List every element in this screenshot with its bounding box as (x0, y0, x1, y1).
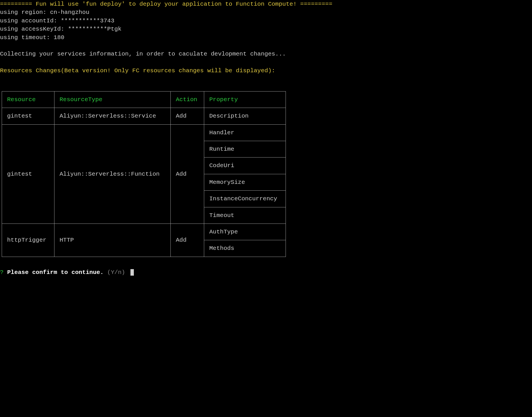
blank-line (0, 58, 532, 67)
table-row: httpTrigger HTTP Add AuthType Methods (2, 224, 286, 257)
cell-type: Aliyun::Serverless::Function (54, 124, 171, 224)
cell-resource: gintest (2, 124, 54, 224)
cell-resource: gintest (2, 108, 54, 124)
confirm-prompt[interactable]: ? Please confirm to continue. (Y/n) (0, 268, 532, 276)
property-item: InstanceConcurrency (204, 191, 286, 207)
th-action: Action (171, 91, 204, 108)
table-header-row: Resource ResourceType Action Property (2, 91, 286, 108)
property-list: Handler Runtime CodeUri MemorySize Insta… (204, 125, 286, 224)
cell-action: Add (171, 124, 204, 224)
property-list: Description (204, 108, 286, 124)
blank-line (0, 75, 532, 83)
deploy-header-line: ========= Fun will use 'fun deploy' to d… (0, 0, 532, 8)
property-list: AuthType Methods (204, 224, 286, 257)
property-item: Handler (204, 125, 286, 141)
th-resource-type: ResourceType (54, 91, 171, 108)
property-item: CodeUri (204, 158, 286, 174)
cell-property: Description (204, 108, 286, 124)
cell-type: HTTP (54, 224, 171, 257)
info-access-key-id: using accessKeyId: ***********Ptgk (0, 25, 532, 33)
th-resource: Resource (2, 91, 54, 108)
terminal-output: ========= Fun will use 'fun deploy' to d… (0, 0, 532, 276)
cell-property: AuthType Methods (204, 224, 286, 257)
header-decor-left: ========= (0, 1, 32, 7)
collecting-line: Collecting your services information, in… (0, 50, 532, 58)
info-account-id: using accountId: ***********3743 (0, 17, 532, 25)
resources-changes-line: Resources Changes(Beta version! Only FC … (0, 67, 532, 75)
table-row: gintest Aliyun::Serverless::Function Add… (2, 124, 286, 224)
blank-line (0, 42, 532, 50)
cursor-icon (130, 269, 134, 276)
prompt-question-mark-icon: ? (0, 269, 4, 276)
resources-table: Resource ResourceType Action Property gi… (2, 91, 286, 257)
info-region: using region: cn-hangzhou (0, 8, 532, 16)
info-timeout: using timeout: 180 (0, 33, 532, 42)
header-decor-right: ========= (300, 1, 332, 7)
cell-type: Aliyun::Serverless::Service (54, 108, 171, 124)
property-item: Description (204, 108, 286, 124)
cell-property: Handler Runtime CodeUri MemorySize Insta… (204, 124, 286, 224)
prompt-hint: (Y/n) (104, 269, 128, 276)
resources-table-wrap: Resource ResourceType Action Property gi… (2, 91, 532, 257)
header-text: Fun will use 'fun deploy' to deploy your… (36, 1, 297, 7)
property-item: MemorySize (204, 174, 286, 191)
property-item: Timeout (204, 207, 286, 224)
cell-resource: httpTrigger (2, 224, 54, 257)
property-item: Runtime (204, 141, 286, 158)
table-row: gintest Aliyun::Serverless::Service Add … (2, 108, 286, 124)
prompt-text: Please confirm to continue. (4, 269, 104, 276)
property-item: AuthType (204, 224, 286, 240)
property-item: Methods (204, 240, 286, 256)
cell-action: Add (171, 108, 204, 124)
cell-action: Add (171, 224, 204, 257)
th-property: Property (204, 91, 286, 108)
